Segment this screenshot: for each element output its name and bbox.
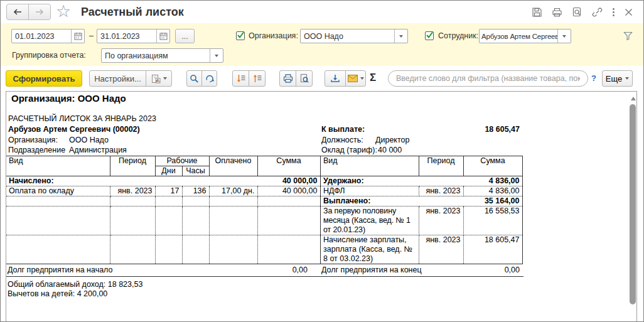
- cell-amount: 4 836,00: [463, 186, 522, 196]
- report-variant-button[interactable]: [146, 70, 172, 87]
- send-email-button[interactable]: [345, 70, 366, 87]
- report-variant-icon: [151, 74, 161, 83]
- grouping-label: Группировка отчета:: [12, 48, 86, 63]
- empty-row: [6, 235, 320, 264]
- grouping-combo[interactable]: По организациям: [101, 48, 223, 63]
- calendar-icon[interactable]: [156, 30, 169, 43]
- nav-buttons: [6, 4, 51, 20]
- help-link[interactable]: ?: [591, 73, 596, 83]
- to-pay-value: 18 605,47: [383, 125, 520, 134]
- to-pay-label: К выплате:: [321, 125, 365, 134]
- print-preview-button[interactable]: [296, 70, 313, 87]
- accrued-total: 40 000,00: [282, 176, 318, 186]
- chevron-down-icon[interactable]: [210, 49, 223, 62]
- email-icon: [348, 75, 358, 82]
- close-icon[interactable]: [625, 8, 633, 16]
- more-menu-icon[interactable]: [612, 7, 615, 18]
- cell-amount: 16 558,53: [463, 207, 522, 235]
- col-amount: Сумма: [463, 156, 522, 176]
- cell-kind: За первую половину месяца (Касса, вед. №…: [321, 207, 419, 235]
- chevron-down-icon: [360, 77, 364, 80]
- org-checkbox[interactable]: [236, 31, 245, 40]
- chevron-down-icon[interactable]: [394, 30, 407, 43]
- chevron-down-icon: [625, 77, 629, 80]
- col-paid: Оплачено: [209, 156, 257, 176]
- paid-total-row: Выплачено:35 164,00: [321, 196, 522, 207]
- totals-sigma-icon[interactable]: Σ: [370, 72, 376, 84]
- search-group: [186, 70, 217, 87]
- withheld-total: 4 836,00: [489, 176, 520, 186]
- expand-collapse-group: [232, 70, 266, 87]
- col-hours: Часы: [182, 166, 209, 176]
- debt-end-value: 0,00: [383, 266, 520, 275]
- page-title: Расчетный листок: [81, 6, 184, 19]
- cell-kind: НДФЛ: [321, 186, 419, 196]
- withheld-label: Удержано:: [323, 176, 364, 186]
- date-to-field[interactable]: 31.01.2023: [97, 29, 170, 43]
- more-button[interactable]: Еще: [602, 70, 633, 87]
- empty-row: [6, 196, 320, 207]
- taxable-income-line: Общий облагаемый доход: 18 823,53: [8, 280, 142, 289]
- employee-name: Арбузов Артем Сергеевич (00002): [8, 125, 140, 134]
- calendar-icon[interactable]: [71, 30, 84, 43]
- withheld-total-row: Удержано:4 836,00: [321, 176, 522, 186]
- accrual-row: Оплата по окладу янв. 2023 17 136 17,00 …: [6, 186, 320, 196]
- col-working: Рабочие: [155, 156, 209, 166]
- employee-combo[interactable]: Арбузов Артем Сергеевич: [479, 29, 571, 43]
- settings-group: Настройки...: [89, 70, 172, 87]
- date-options-button[interactable]: ...: [175, 29, 195, 43]
- vertical-scrollbar[interactable]: [630, 104, 636, 304]
- col-period: Период: [110, 156, 155, 176]
- scroll-up-icon[interactable]: [631, 97, 636, 100]
- position-label: Должность:: [321, 136, 363, 145]
- print-button[interactable]: [279, 70, 296, 87]
- settings-button[interactable]: Настройки...: [89, 70, 146, 87]
- position-value: Директор: [375, 136, 409, 145]
- debt-start-value: 0,00: [195, 266, 308, 275]
- favorite-star-icon[interactable]: ☆: [56, 1, 71, 21]
- date-from-field[interactable]: 01.01.2023: [11, 29, 85, 43]
- accrued-label: Начислено:: [9, 176, 54, 186]
- org-combo-value: ООО Надо: [301, 32, 394, 41]
- find-button[interactable]: [186, 70, 202, 87]
- cell-period: янв. 2023: [419, 207, 463, 235]
- date-to-value: 31.01.2023: [97, 32, 156, 41]
- col-kind: Вид: [6, 156, 110, 176]
- deductions-table: Вид Период Сумма Удержано:4 836,00 НДФЛ …: [321, 156, 523, 264]
- cancel-search-button[interactable]: [201, 70, 217, 87]
- link-icon[interactable]: [592, 7, 603, 18]
- employee-filter-label: Сотрудник:: [438, 29, 478, 43]
- filter-funnel-icon[interactable]: [623, 31, 633, 43]
- more-group: Еще: [602, 70, 633, 87]
- paid-total: 35 164,00: [485, 196, 520, 206]
- filter-input[interactable]: [388, 70, 588, 87]
- expand-groups-button[interactable]: [232, 70, 249, 87]
- cell-paid: 17,00 дн.: [209, 186, 257, 196]
- grouping-combo-value: По организациям: [102, 51, 210, 60]
- department-value: Администрация: [69, 146, 127, 155]
- collapse-groups-button[interactable]: [249, 70, 266, 87]
- forward-button[interactable]: [28, 4, 51, 20]
- date-range-dash: –: [89, 29, 94, 43]
- back-button[interactable]: [6, 4, 29, 20]
- employee-checkbox[interactable]: [425, 31, 434, 40]
- report-group-header: Организация: ООО Надо: [11, 94, 126, 103]
- print-icon[interactable]: [552, 7, 562, 18]
- org-label: Организация:: [8, 136, 58, 145]
- accrued-total-row: Начислено:40 000,00: [6, 176, 320, 186]
- salary-value: 40 000: [378, 146, 402, 155]
- generate-button[interactable]: Сформировать: [6, 70, 82, 87]
- preview-icon[interactable]: [572, 7, 582, 18]
- paid-label: Выплачено:: [323, 196, 370, 206]
- print-group: [279, 70, 313, 87]
- salary-label: Оклад (тариф):: [321, 146, 377, 155]
- org-combo[interactable]: ООО Надо: [300, 29, 408, 43]
- filter-panel: 01.01.2023 – 31.01.2023 ... Организация:…: [1, 23, 643, 66]
- child-deductions-line: Вычетов на детей: 4 200,00: [8, 289, 107, 299]
- date-from-value: 01.01.2023: [12, 32, 71, 41]
- save-file-button[interactable]: [325, 70, 346, 87]
- col-period: Период: [419, 156, 463, 176]
- chevron-down-icon[interactable]: [557, 30, 571, 43]
- save-icon[interactable]: [532, 7, 542, 18]
- report-toolbar: Сформировать Настройки...: [1, 66, 643, 91]
